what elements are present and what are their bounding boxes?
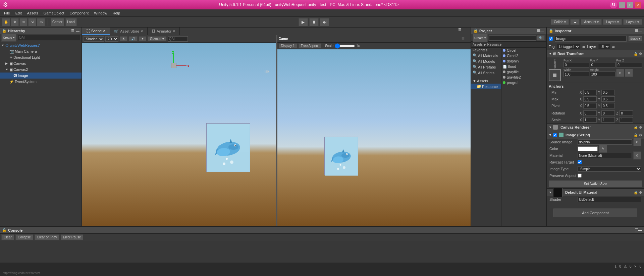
hierarchy-create-button[interactable]: Create ▾ — [1, 34, 16, 42]
pivot-y-input[interactable] — [601, 103, 615, 108]
rotation-x-input[interactable] — [583, 110, 597, 116]
asset-circel[interactable]: Circel — [501, 48, 546, 53]
default-ui-material-gear[interactable]: ⚙ — [639, 191, 642, 194]
pos-z-input[interactable] — [616, 62, 642, 67]
step-button[interactable]: ⏭ — [320, 18, 329, 26]
set-native-size-button[interactable]: Set Native Size — [549, 180, 642, 187]
preserve-aspect-checkbox[interactable] — [578, 174, 582, 178]
collab-button[interactable]: Collab ▾ — [551, 19, 569, 25]
scale-slider[interactable] — [335, 44, 355, 48]
hierarchy-item-canvas2[interactable]: ▼ ▣ Canvas2 — [0, 66, 82, 73]
assets-tree-resource[interactable]: 📁 Resource — [471, 84, 501, 89]
asset-dolphin[interactable]: dolphin — [501, 58, 546, 64]
layers-button[interactable]: Layers ▾ — [603, 19, 622, 25]
local-button[interactable]: Local — [65, 18, 77, 26]
tab-animator[interactable]: 🎞 Animator ✕ — [148, 28, 180, 35]
menu-file[interactable]: File — [1, 10, 13, 16]
rect-transform-header[interactable]: ▼ ⊞ Rect Transform 🔒 ⚙ — [547, 50, 644, 57]
layout-button[interactable]: Layout ▾ — [623, 19, 642, 25]
project-search-input[interactable] — [489, 35, 536, 41]
menu-help[interactable]: Help — [110, 10, 123, 16]
asset-grayfile2[interactable]: grayfile2 — [501, 75, 546, 80]
rect-transform-lock[interactable]: 🔒 — [634, 52, 638, 56]
hierarchy-menu-icon[interactable]: ☰ — [71, 29, 74, 33]
hierarchy-item-directional-light[interactable]: ☀ Directional Light — [0, 54, 82, 60]
center-button[interactable]: Center — [51, 18, 64, 26]
asset-flood[interactable]: 📄 flood — [501, 64, 546, 69]
tab-asset-store[interactable]: 🛒 Asset Store ✕ — [110, 28, 148, 35]
favorites-all-prefabs[interactable]: 🔍 All Prefabs — [471, 64, 501, 70]
inspector-minus-icon[interactable]: — — [638, 29, 642, 33]
clear-on-play-button[interactable]: Clear on Play — [35, 234, 59, 240]
width-height-link[interactable]: ⊡ — [616, 69, 624, 77]
scene-tab-close[interactable]: ✕ — [103, 29, 106, 33]
menu-edit[interactable]: Edit — [13, 10, 24, 16]
console-minus-icon[interactable]: — — [638, 228, 642, 232]
layer-menu-icon[interactable]: ⊞ — [612, 45, 615, 48]
scene-fx-toggle[interactable]: ✦ — [139, 36, 146, 41]
object-active-checkbox[interactable] — [549, 37, 553, 41]
image-script-gear[interactable]: ⚙ — [639, 133, 642, 137]
inspector-menu-icon[interactable]: ☰ — [635, 29, 638, 33]
scene-audio-toggle[interactable]: 🔊 — [129, 36, 138, 41]
scene-light-toggle[interactable]: ☀ — [120, 36, 127, 41]
animator-tab-close[interactable]: ✕ — [173, 30, 175, 33]
add-component-button[interactable]: Add Component — [553, 209, 637, 217]
clear-button[interactable]: Clear — [1, 234, 14, 240]
anchor-min-x-input[interactable] — [583, 90, 597, 95]
width-height-link2[interactable]: ⊡ — [625, 69, 633, 77]
scene-search-input[interactable] — [168, 36, 188, 42]
pos-y-input[interactable] — [590, 62, 616, 67]
object-name-input[interactable] — [555, 36, 627, 42]
scene-gizmos-button[interactable]: Gizmos ▾ — [148, 36, 166, 41]
assets-tree-assets[interactable]: ▼ Assets — [471, 78, 501, 84]
scale-y-input[interactable] — [601, 117, 615, 123]
image-type-select[interactable]: Simple — [578, 166, 641, 172]
menu-component[interactable]: Component — [67, 10, 91, 16]
color-pick[interactable]: ✎ — [599, 145, 607, 153]
hierarchy-item-scene[interactable]: ▼ ⬡ unityWebRequest* — [0, 42, 82, 48]
hand-tool-button[interactable]: ✋ — [2, 18, 10, 26]
hierarchy-item-eventsystem[interactable]: ⚡ EventSystem — [0, 79, 82, 85]
layer-select[interactable]: UI — [598, 44, 610, 49]
source-image-input[interactable] — [578, 139, 632, 145]
hierarchy-item-canvas[interactable]: ▶ ▣ Canvas — [0, 60, 82, 66]
canvas-renderer-lock[interactable]: 🔒 — [634, 126, 638, 129]
project-create-button[interactable]: Create ▾ — [473, 34, 488, 42]
scene-tabs-menu[interactable]: ☰ — [455, 28, 464, 35]
favorites-all-models[interactable]: 🔍 All Models — [471, 58, 501, 64]
canvas-renderer-gear[interactable]: ⚙ — [639, 126, 642, 129]
asset-circel2[interactable]: Circel2 — [501, 53, 546, 58]
rotate-tool-button[interactable]: ↻ — [19, 18, 28, 26]
tab-scene[interactable]: ⛶ Scene ✕ — [82, 28, 110, 35]
cloud-button[interactable]: ☁ — [570, 19, 580, 25]
close-button[interactable]: ✕ — [635, 2, 641, 8]
scale-tool-button[interactable]: ⇲ — [28, 18, 36, 26]
rotation-z-input[interactable] — [620, 110, 633, 116]
project-search-btn[interactable]: 🔍 — [537, 35, 545, 41]
default-ui-material-header[interactable]: ▼ Default UI Material 🔒 ⚙ — [547, 189, 644, 196]
display-button[interactable]: Display 1 — [279, 43, 297, 48]
asset-grayfile[interactable]: grayfile — [501, 69, 546, 75]
scale-z-input[interactable] — [620, 117, 633, 123]
color-swatch[interactable] — [578, 146, 598, 151]
height-input[interactable] — [590, 72, 616, 77]
width-input[interactable] — [564, 72, 589, 77]
hierarchy-item-image[interactable]: 🖼 Image — [0, 73, 82, 79]
pivot-x-input[interactable] — [583, 103, 597, 108]
menu-assets[interactable]: Assets — [24, 10, 41, 16]
hierarchy-search-input[interactable] — [18, 35, 80, 40]
free-aspect-button[interactable]: Free Aspect — [299, 43, 321, 48]
console-menu-icon[interactable]: ☰ — [635, 228, 638, 232]
rotation-y-input[interactable] — [601, 110, 615, 116]
scene-tabs-minus[interactable]: — — [464, 28, 471, 35]
material-pick[interactable]: ⊙ — [633, 151, 641, 159]
rect-tool-button[interactable]: ▭ — [37, 18, 45, 26]
menu-window[interactable]: Window — [91, 10, 110, 16]
menu-gameobject[interactable]: GameObject — [41, 10, 67, 16]
hierarchy-item-main-camera[interactable]: 📷 Main Camera — [0, 48, 82, 54]
material-input[interactable] — [578, 153, 632, 158]
tag-select[interactable]: Untagged — [557, 44, 580, 49]
game-tabs-menu[interactable]: ☰ — [462, 37, 465, 41]
scale-x-input[interactable] — [583, 117, 597, 123]
